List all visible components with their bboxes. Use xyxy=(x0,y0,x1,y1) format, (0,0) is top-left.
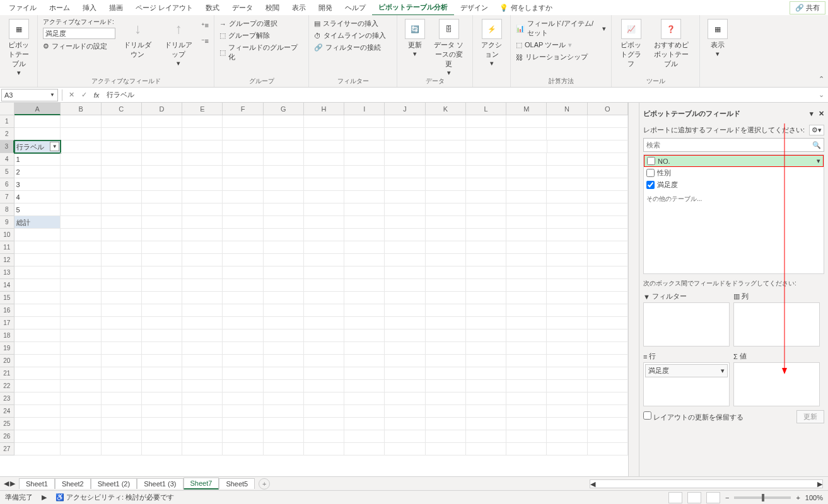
cell-L23[interactable] xyxy=(466,392,506,405)
field-item-satisfaction[interactable]: 満足度 xyxy=(644,179,824,191)
tell-me[interactable]: 💡 何をしますか xyxy=(499,3,552,13)
cell-G10[interactable] xyxy=(264,229,304,241)
cell-I21[interactable] xyxy=(344,367,385,380)
cell-L8[interactable] xyxy=(466,203,506,216)
cell-F13[interactable] xyxy=(223,266,263,279)
cell-E16[interactable] xyxy=(182,304,223,317)
cell-I1[interactable] xyxy=(344,115,385,128)
cell-D21[interactable] xyxy=(142,367,182,380)
cell-C18[interactable] xyxy=(102,329,142,342)
cell-L12[interactable] xyxy=(466,254,506,266)
cell-F8[interactable] xyxy=(223,203,263,216)
field-checkbox-no[interactable] xyxy=(647,157,655,165)
cell-G1[interactable] xyxy=(264,115,304,128)
menu-home[interactable]: ホーム xyxy=(43,1,76,15)
cell-G20[interactable] xyxy=(264,355,304,367)
cell-K10[interactable] xyxy=(426,229,466,241)
cell-E11[interactable] xyxy=(182,241,223,254)
cell-E1[interactable] xyxy=(182,115,223,128)
field-settings-button[interactable]: ⚙フィールドの設定 xyxy=(43,40,115,52)
spreadsheet-grid[interactable]: A B C D E F G H I J K L M N O 123行ラベル▼41… xyxy=(0,103,628,476)
cell-G11[interactable] xyxy=(264,241,304,254)
cell-J8[interactable] xyxy=(385,203,425,216)
row-header-16[interactable]: 16 xyxy=(0,304,15,317)
cell-A8[interactable]: 5 xyxy=(15,203,61,216)
field-item-gender[interactable]: 性別 xyxy=(644,167,824,179)
cell-E6[interactable] xyxy=(182,178,223,191)
cell-F7[interactable] xyxy=(223,191,263,203)
cell-A13[interactable] xyxy=(15,266,61,279)
tab-next-button[interactable]: ▶ xyxy=(10,479,15,488)
cell-J12[interactable] xyxy=(385,254,425,266)
field-search[interactable]: 🔍 xyxy=(643,138,824,152)
cell-A24[interactable] xyxy=(15,405,61,418)
cell-J21[interactable] xyxy=(385,367,425,380)
cell-D16[interactable] xyxy=(142,304,182,317)
cell-C20[interactable] xyxy=(102,355,142,367)
chevron-down-icon[interactable]: ▾ xyxy=(721,367,725,375)
cell-F19[interactable] xyxy=(223,342,263,355)
cell-L4[interactable] xyxy=(466,153,506,166)
cell-M7[interactable] xyxy=(506,191,547,203)
cell-B12[interactable] xyxy=(61,254,101,266)
values-area[interactable]: Σ値 xyxy=(733,350,820,406)
cell-M18[interactable] xyxy=(506,329,547,342)
row-header-12[interactable]: 12 xyxy=(0,254,15,266)
select-all-corner[interactable] xyxy=(0,103,15,115)
cell-N13[interactable] xyxy=(547,266,587,279)
cell-I5[interactable] xyxy=(344,166,385,178)
cell-J19[interactable] xyxy=(385,342,425,355)
cell-F16[interactable] xyxy=(223,304,263,317)
cell-L15[interactable] xyxy=(466,292,506,304)
cell-H19[interactable] xyxy=(304,342,344,355)
cell-M17[interactable] xyxy=(506,317,547,329)
columns-area[interactable]: ▥列 xyxy=(733,290,820,346)
cell-K6[interactable] xyxy=(426,178,466,191)
cell-O2[interactable] xyxy=(588,128,628,140)
collapse-ribbon-button[interactable]: ⌃ xyxy=(819,75,824,83)
row-header-23[interactable]: 23 xyxy=(0,392,15,405)
cell-B26[interactable] xyxy=(61,430,101,443)
cell-A27[interactable] xyxy=(15,443,61,455)
pane-menu-button[interactable]: ▾ xyxy=(810,110,813,117)
fields-items-sets-button[interactable]: 📊フィールド/アイテム/セット ▾ xyxy=(516,18,606,39)
cell-A18[interactable] xyxy=(15,329,61,342)
cell-C6[interactable] xyxy=(102,178,142,191)
cell-M3[interactable] xyxy=(506,140,547,153)
cell-C1[interactable] xyxy=(102,115,142,128)
cell-E2[interactable] xyxy=(182,128,223,140)
cell-N19[interactable] xyxy=(547,342,587,355)
cell-D25[interactable] xyxy=(142,418,182,430)
cell-D9[interactable] xyxy=(142,216,182,229)
cell-F20[interactable] xyxy=(223,355,263,367)
cell-I23[interactable] xyxy=(344,392,385,405)
cell-D11[interactable] xyxy=(142,241,182,254)
refresh-button[interactable]: 🔄更新▾ xyxy=(402,18,428,78)
cell-B8[interactable] xyxy=(61,203,101,216)
cell-C9[interactable] xyxy=(102,216,142,229)
row-header-13[interactable]: 13 xyxy=(0,266,15,279)
cell-C27[interactable] xyxy=(102,443,142,455)
row-header-19[interactable]: 19 xyxy=(0,342,15,355)
cell-K8[interactable] xyxy=(426,203,466,216)
cell-J17[interactable] xyxy=(385,317,425,329)
cell-O17[interactable] xyxy=(588,317,628,329)
cell-N1[interactable] xyxy=(547,115,587,128)
tab-prev-button[interactable]: ◀ xyxy=(4,479,9,488)
cell-H16[interactable] xyxy=(304,304,344,317)
cell-I9[interactable] xyxy=(344,216,385,229)
cell-M24[interactable] xyxy=(506,405,547,418)
cell-N26[interactable] xyxy=(547,430,587,443)
cell-J25[interactable] xyxy=(385,418,425,430)
recommend-button[interactable]: ❓おすすめピボットテーブル xyxy=(648,18,694,70)
cell-O10[interactable] xyxy=(588,229,628,241)
cell-J27[interactable] xyxy=(385,443,425,455)
cell-I15[interactable] xyxy=(344,292,385,304)
cell-A16[interactable] xyxy=(15,304,61,317)
cell-G7[interactable] xyxy=(264,191,304,203)
cell-M9[interactable] xyxy=(506,216,547,229)
cell-G21[interactable] xyxy=(264,367,304,380)
cell-E27[interactable] xyxy=(182,443,223,455)
cell-O18[interactable] xyxy=(588,329,628,342)
cell-C10[interactable] xyxy=(102,229,142,241)
